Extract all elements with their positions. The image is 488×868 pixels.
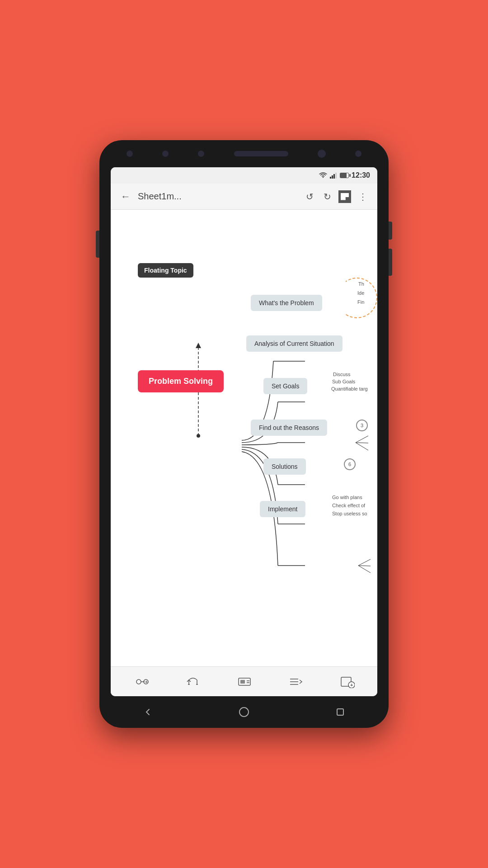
phone-device: 12:30 ← Sheet1m... ↺ ↻ ⋮	[99, 140, 389, 728]
nav-back-icon	[142, 707, 153, 717]
topic-implement[interactable]: Implement	[260, 501, 305, 517]
expand-button[interactable]	[285, 672, 307, 692]
canvas-area[interactable]: Floating Topic Problem Solving What's th…	[111, 210, 377, 666]
svg-line-16	[358, 566, 371, 566]
android-nav	[99, 696, 389, 728]
document-title: Sheet1m...	[138, 191, 299, 202]
topic-set-goals[interactable]: Set Goals	[263, 378, 307, 394]
svg-rect-3	[335, 173, 337, 179]
svg-rect-1	[332, 175, 333, 179]
nav-home[interactable]	[237, 705, 251, 719]
sub-label-stop-useless: Stop useless so	[332, 511, 367, 516]
nav-home-icon	[239, 707, 249, 717]
sub-label-discuss: Discuss	[333, 372, 351, 377]
svg-rect-0	[330, 177, 331, 179]
status-bar: 12:30	[111, 167, 377, 184]
phone-top-bar	[99, 140, 389, 167]
sub-label-quantifiable: Quantifiable targ	[331, 386, 368, 392]
add-topic-icon: +	[133, 675, 150, 688]
svg-point-36	[239, 708, 249, 717]
svg-text:+: +	[145, 679, 148, 684]
add-topic-button[interactable]: +	[130, 672, 153, 692]
sub-label-check-effect: Check effect of	[332, 503, 365, 508]
central-node[interactable]: Problem Solving	[138, 370, 224, 392]
svg-point-18	[136, 679, 141, 684]
signal-icon	[330, 172, 337, 179]
partial-text-th: Th	[358, 281, 364, 287]
format-button[interactable]	[338, 190, 351, 203]
undo-button[interactable]: ↺	[303, 189, 316, 205]
expand-icon	[288, 675, 304, 688]
add-note-icon: +	[339, 675, 355, 688]
app-toolbar: ← Sheet1m... ↺ ↻ ⋮	[111, 184, 377, 210]
mindmap-lines	[111, 210, 377, 666]
topic-whats-problem[interactable]: What's the Problem	[251, 295, 322, 311]
wifi-icon	[319, 172, 327, 179]
badge-find-reasons: 3	[356, 420, 368, 431]
undo-connection-button[interactable]	[182, 672, 204, 692]
svg-line-9	[356, 436, 368, 443]
svg-rect-2	[333, 174, 335, 179]
add-note-button[interactable]: +	[336, 672, 358, 692]
more-button[interactable]: ⋮	[356, 189, 370, 205]
svg-line-15	[358, 559, 371, 566]
nav-back[interactable]	[141, 705, 155, 719]
style-button[interactable]	[233, 672, 256, 692]
floating-topic-node[interactable]: Floating Topic	[138, 263, 193, 278]
phone-screen: 12:30 ← Sheet1m... ↺ ↻ ⋮	[111, 167, 377, 696]
topic-solutions[interactable]: Solutions	[263, 458, 306, 475]
power-button-top	[389, 222, 392, 240]
svg-line-10	[356, 443, 368, 443]
nav-recents-icon	[335, 707, 346, 717]
orange-circle-container: Th Ide Fin	[346, 278, 377, 318]
front-camera	[162, 151, 169, 157]
bottom-toolbar: +	[111, 666, 377, 696]
power-button-bottom	[389, 249, 392, 276]
sub-label-go-plans: Go with plans	[332, 495, 362, 500]
partial-text-fin: Fin	[357, 299, 364, 305]
front-sensor	[127, 151, 133, 157]
badge-solutions: 6	[344, 458, 356, 470]
status-icons: 12:30	[319, 171, 370, 179]
svg-point-5	[197, 434, 200, 438]
volume-button	[96, 231, 99, 258]
svg-line-17	[358, 566, 371, 573]
front-dot	[198, 151, 204, 157]
partial-text-ide: Ide	[357, 290, 364, 296]
undo-connection-icon	[185, 675, 201, 688]
svg-rect-27	[240, 680, 245, 684]
status-time: 12:30	[352, 171, 370, 179]
svg-rect-37	[337, 709, 343, 715]
redo-button[interactable]: ↻	[321, 189, 334, 205]
svg-text:+: +	[350, 682, 353, 688]
battery-icon	[340, 173, 349, 178]
sub-label-subgoals: Sub Goals	[332, 379, 355, 384]
topic-find-reasons[interactable]: Find out the Reasons	[251, 420, 327, 436]
topic-analysis[interactable]: Analysis of Current Situation	[246, 335, 343, 352]
format-icon	[341, 193, 349, 200]
nav-recents[interactable]	[333, 705, 347, 719]
svg-line-11	[356, 443, 368, 450]
back-button[interactable]: ←	[118, 188, 133, 205]
style-icon	[237, 675, 252, 688]
selfie-camera	[318, 150, 326, 158]
phone-speaker	[234, 151, 288, 156]
front-sensor2	[355, 151, 361, 157]
